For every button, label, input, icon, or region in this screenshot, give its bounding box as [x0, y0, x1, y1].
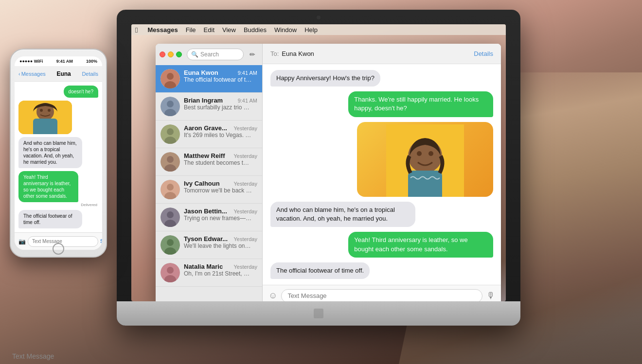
- messages-window: 🔍 Search ✏: [156, 44, 501, 301]
- menu-window[interactable]: Window: [274, 26, 297, 34]
- conv-time-matthew-reiff: Yesterday: [233, 153, 257, 159]
- conv-preview-aaron-grave: It's 269 miles to Vegas. We've got a ful…: [184, 132, 252, 139]
- svg-point-7: [167, 128, 174, 135]
- macbook-camera: [317, 16, 321, 19]
- svg-rect-26: [408, 171, 442, 197]
- maximize-button[interactable]: [176, 52, 182, 57]
- back-label: Messages: [21, 71, 46, 77]
- menubar-items: File Edit View Buddies Window Help: [186, 26, 318, 34]
- conv-preview-ivy-calhoun: Tomorrow we'll be back in your neighborh…: [184, 187, 252, 194]
- iphone-send-button[interactable]: Send: [100, 239, 102, 244]
- sidebar: 🔍 Search ✏: [156, 44, 263, 301]
- avatar-jason-bettin: [160, 208, 180, 227]
- conversation-aaron-grave[interactable]: Aaron Grave... Yesterday It's 269 miles …: [156, 121, 262, 148]
- svg-point-27: [417, 151, 422, 156]
- messages-menu-app[interactable]: Messages: [147, 26, 178, 34]
- iphone-msg-footwear: The official footwear of time off.: [18, 210, 82, 228]
- avatar-natalia-maric: [160, 263, 180, 282]
- conversation-tyson-edward[interactable]: Tyson Edwar... Yesterday We'll leave the…: [156, 231, 262, 259]
- menu-file[interactable]: File: [186, 26, 196, 34]
- avatar-brian-ingram: [160, 97, 180, 116]
- message-anniversary-leather: Yeah! Third anniversary is leather, so w…: [348, 232, 493, 257]
- conversation-matthew-reiff[interactable]: Matthew Reiff Yesterday The student beco…: [156, 148, 262, 176]
- iphone-back-button[interactable]: ‹ Messages: [18, 71, 46, 77]
- text-message-label: Text Message: [12, 352, 54, 360]
- conv-info-tyson-edward: Tyson Edwar... Yesterday We'll leave the…: [184, 235, 257, 249]
- apple-menu-icon[interactable]: : [135, 26, 138, 34]
- menu-buddies[interactable]: Buddies: [244, 26, 267, 34]
- svg-rect-31: [33, 119, 57, 135]
- compose-button[interactable]: ✏: [247, 49, 258, 60]
- conv-time-jason-bettin: Yesterday: [233, 208, 257, 214]
- conv-preview-matthew-reiff: The student becomes the teacher. And vic…: [184, 159, 252, 166]
- menu-edit[interactable]: Edit: [204, 26, 214, 34]
- conv-preview-jason-bettin: Trying on new frames—what do you think o…: [184, 215, 252, 222]
- conversation-list: Euna Kwon 9:41 AM The official footwear …: [156, 65, 262, 301]
- mic-button[interactable]: 🎙: [486, 291, 495, 301]
- iphone-camera-button[interactable]: 📷: [18, 238, 26, 245]
- conversation-ivy-calhoun[interactable]: Ivy Calhoun Yesterday Tomorrow we'll be …: [156, 176, 262, 204]
- conv-preview-natalia-maric: Oh, I'm on 21st Street, not 21st Avenue.: [184, 270, 252, 277]
- chat-messages: Happy Anniversary! How's the trip? Thank…: [263, 64, 501, 285]
- chat-recipient: Euna Kwon: [282, 50, 474, 57]
- chat-area: To: Euna Kwon Details Happy Anniversary!…: [263, 44, 501, 301]
- iphone-screen: ●●●●● WiFi 9:41 AM 100% ‹ Messages Euna …: [15, 56, 102, 250]
- chat-details-button[interactable]: Details: [474, 50, 493, 57]
- chat-to-label: To:: [270, 50, 279, 57]
- close-button[interactable]: [160, 52, 165, 57]
- iphone-frame: ●●●●● WiFi 9:41 AM 100% ‹ Messages Euna …: [10, 49, 107, 258]
- conv-name-jason-bettin: Jason Bettin...: [184, 208, 227, 215]
- message-photo: [357, 122, 493, 197]
- conv-time-ivy-calhoun: Yesterday: [233, 181, 257, 187]
- avatar-matthew-reiff: [160, 152, 180, 172]
- iphone-nav-details[interactable]: Details: [82, 71, 98, 77]
- conversation-natalia-maric[interactable]: Natalia Maric Yesterday Oh, I'm on 21st …: [156, 259, 262, 287]
- conv-preview-brian-ingram: Best surfabilly jazz trio you've ever he…: [184, 104, 252, 111]
- iphone-msg-doesnt-he: doesn't he?: [64, 86, 98, 98]
- photo-person-svg: [386, 124, 464, 197]
- macbook-chin: [117, 301, 520, 326]
- conv-time-natalia-maric: Yesterday: [233, 264, 257, 270]
- conv-time-tyson-edward: Yesterday: [233, 236, 257, 242]
- macbook-frame:  Messages File Edit View Buddies Window…: [117, 10, 535, 355]
- minimize-button[interactable]: [168, 52, 174, 57]
- conv-info-aaron-grave: Aaron Grave... Yesterday It's 269 miles …: [184, 124, 257, 139]
- chat-header: To: Euna Kwon Details: [263, 44, 501, 64]
- chat-input-bar: ☺ 🎙: [263, 285, 501, 301]
- iphone-body: ●●●●● WiFi 9:41 AM 100% ‹ Messages Euna …: [10, 49, 107, 258]
- iphone-signal: ●●●●● WiFi: [19, 59, 43, 64]
- chat-input[interactable]: [281, 289, 482, 302]
- conv-info-euna-kwon: Euna Kwon 9:41 AM The official footwear …: [184, 69, 257, 83]
- svg-point-13: [167, 184, 174, 191]
- search-bar[interactable]: 🔍 Search: [187, 49, 244, 60]
- sidebar-header: 🔍 Search ✏: [156, 44, 262, 65]
- avatar-tyson-edward: [160, 235, 180, 255]
- search-icon: 🔍: [191, 51, 198, 58]
- iphone-time: 9:41 AM: [56, 59, 73, 64]
- avatar-euna-kwon: [160, 69, 180, 88]
- iphone-msg-photo: [18, 101, 72, 134]
- menu-view[interactable]: View: [222, 26, 236, 34]
- emoji-button[interactable]: ☺: [268, 291, 277, 301]
- svg-point-4: [167, 101, 174, 107]
- menu-help[interactable]: Help: [304, 26, 318, 34]
- conv-time-aaron-grave: Yesterday: [233, 125, 257, 131]
- svg-point-28: [428, 151, 433, 156]
- conv-name-natalia-maric: Natalia Maric: [184, 263, 223, 270]
- conv-preview-euna-kwon: The official footwear of time off.: [184, 76, 252, 83]
- conv-name-ivy-calhoun: Ivy Calhoun: [184, 180, 220, 187]
- iphone-delivered-label: Delivered: [18, 203, 98, 207]
- conversation-brian-ingram[interactable]: Brian Ingram 9:41 AM Best surfabilly jaz…: [156, 93, 262, 121]
- conv-info-jason-bettin: Jason Bettin... Yesterday Trying on new …: [184, 208, 257, 222]
- conv-name-euna-kwon: Euna Kwon: [184, 69, 218, 76]
- conversation-jason-bettin[interactable]: Jason Bettin... Yesterday Trying on new …: [156, 204, 262, 231]
- traffic-lights: [160, 52, 182, 57]
- conv-info-matthew-reiff: Matthew Reiff Yesterday The student beco…: [184, 152, 257, 166]
- iphone-home-button[interactable]: [53, 243, 64, 255]
- svg-point-32: [40, 109, 43, 112]
- back-chevron-icon: ‹: [18, 71, 20, 77]
- conversation-euna-kwon[interactable]: Euna Kwon 9:41 AM The official footwear …: [156, 65, 262, 93]
- conv-name-brian-ingram: Brian Ingram: [184, 97, 223, 104]
- svg-point-33: [48, 109, 51, 112]
- message-anniversary: Happy Anniversary! How's the trip?: [270, 70, 380, 87]
